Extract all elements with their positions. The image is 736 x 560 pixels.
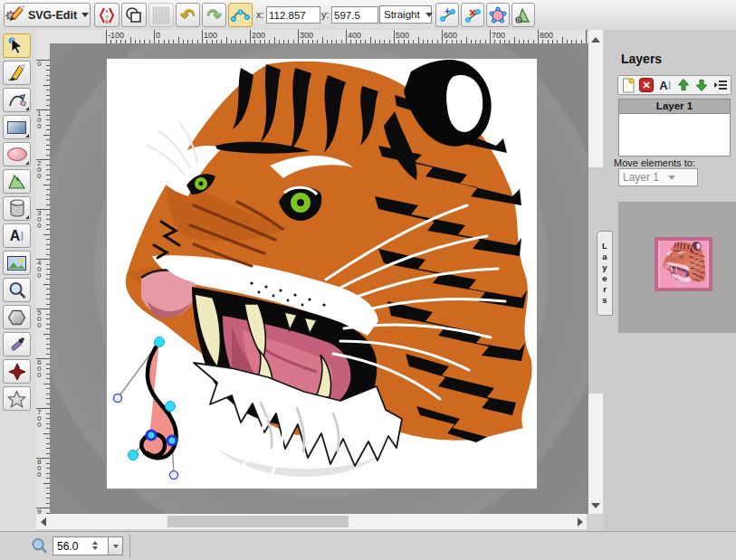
select-tool-button[interactable] (3, 33, 31, 58)
redo-button[interactable]: ↷ (202, 3, 226, 27)
ruler-label: 8 0 0 (37, 459, 41, 478)
move-elements-select[interactable]: Layer 1 (618, 168, 698, 186)
chevron-down-icon (113, 545, 119, 548)
shape-library-button[interactable] (3, 196, 31, 221)
shapes-button[interactable] (121, 3, 147, 27)
rename-layer-icon: AI (659, 79, 671, 92)
canvas-workspace[interactable] (50, 43, 588, 514)
ellipse-tool-button[interactable] (3, 142, 31, 166)
zoom-spinner[interactable] (91, 538, 100, 553)
path-node-selected[interactable] (147, 431, 156, 440)
layer-list[interactable]: Layer 1 (618, 99, 731, 157)
tiger-artwork[interactable] (126, 60, 532, 480)
star-icon (7, 390, 26, 408)
left-toolbar: AI (0, 30, 36, 531)
rename-layer-button[interactable]: AI (657, 77, 674, 93)
zoom-tool-button[interactable] (3, 278, 31, 302)
horizontal-scrollbar-thumb[interactable] (167, 516, 349, 527)
control-handle[interactable] (114, 394, 122, 403)
edit-node-icon (231, 5, 250, 24)
svg-text:✕: ✕ (469, 7, 477, 18)
edited-path-overlay (114, 337, 178, 479)
segment-type-value: Straight (384, 9, 420, 20)
app-title: SVG-Edit (28, 9, 77, 22)
select-cursor-icon (7, 36, 26, 55)
svg-source-icon: svg (98, 6, 116, 24)
star-tool-button[interactable] (3, 386, 31, 411)
scroll-left-button[interactable] (36, 514, 50, 529)
status-bar (0, 531, 736, 560)
red-clover-icon (8, 363, 26, 381)
ruler-label: 500 (396, 31, 409, 40)
pencil-tool-button[interactable] (3, 61, 31, 85)
svg-edit-app: SVG-Edit svg ↶ ↷ x: y: Straight (0, 0, 736, 560)
path-node[interactable] (166, 402, 176, 412)
edit-node-tool-button[interactable] (228, 3, 253, 27)
ruler-label: 600 (444, 31, 457, 40)
move-target-value: Layer 1 (623, 171, 659, 184)
x-input[interactable] (266, 6, 320, 24)
top-toolbar: SVG-Edit svg ↶ ↷ x: y: Straight (0, 0, 736, 31)
path-node[interactable] (155, 337, 165, 347)
new-layer-button[interactable] (620, 77, 636, 93)
close-path-button[interactable] (486, 3, 510, 27)
scroll-down-button[interactable] (588, 498, 603, 513)
scroll-up-button[interactable] (588, 33, 603, 46)
layers-panel-title: Layers (621, 52, 662, 66)
svg-text:✕: ✕ (643, 80, 651, 90)
arrow-up-icon (676, 78, 691, 92)
y-label: y: (321, 9, 330, 20)
delete-layer-icon: ✕ (639, 78, 654, 92)
image-tool-button[interactable] (3, 251, 31, 275)
path-tool-button[interactable] (3, 169, 31, 194)
open-path-icon (514, 6, 532, 24)
new-layer-icon (621, 78, 636, 93)
delete-node-button[interactable]: ✕ (461, 3, 484, 27)
undo-button[interactable]: ↶ (176, 3, 200, 27)
line-tool-button[interactable] (3, 88, 31, 112)
zoom-preset-dropdown[interactable] (108, 536, 123, 555)
path-node[interactable] (129, 451, 139, 460)
delete-node-icon: ✕ (464, 6, 482, 24)
layers-side-tab[interactable]: Layers (597, 231, 613, 316)
svg-edit-logo-icon (5, 4, 24, 26)
ruler-label: 5 0 0 (37, 309, 41, 328)
move-layer-down-button[interactable] (693, 77, 710, 93)
move-elements-label: Move elements to: (614, 157, 695, 168)
scroll-right-button[interactable] (573, 514, 587, 529)
ruler-label: 0 (156, 31, 160, 40)
control-handle[interactable] (170, 471, 178, 479)
layer-list-item[interactable]: Layer 1 (619, 100, 730, 114)
segment-type-select[interactable]: Straight (379, 5, 432, 24)
polygon-tool-button[interactable] (3, 305, 31, 329)
move-layer-up-button[interactable] (675, 77, 692, 93)
text-tool-button[interactable]: AI (3, 223, 31, 248)
ruler-label: 0 (37, 61, 41, 67)
path-node-selected[interactable] (167, 436, 177, 445)
grid-button[interactable] (148, 3, 174, 27)
eyedropper-tool-button[interactable] (3, 332, 31, 356)
source-code-button[interactable]: svg (94, 3, 119, 27)
y-input[interactable] (331, 6, 378, 24)
flood-fill-tool-button[interactable] (3, 359, 31, 384)
text-tool-icon: AI (10, 228, 24, 244)
open-path-button[interactable] (511, 3, 535, 27)
delete-layer-button[interactable]: ✕ (638, 77, 655, 93)
ruler-label: 3 0 0 (37, 210, 41, 229)
bezier-line-icon (7, 90, 26, 109)
ruler-label: 100 (204, 31, 217, 40)
rectangle-tool-button[interactable] (3, 115, 31, 139)
main-menu-button[interactable]: SVG-Edit (4, 3, 91, 27)
pencil-icon (7, 63, 26, 82)
layers-panel: Layers ✕ AI Layer 1 Move elements (603, 30, 736, 531)
path-shape-icon (7, 172, 26, 191)
ellipse-icon (7, 147, 27, 161)
ruler-label: -100 (108, 31, 124, 40)
divider (129, 535, 130, 557)
shapes-icon (125, 6, 143, 24)
x-label: x: (256, 9, 264, 20)
svg-page[interactable] (107, 59, 537, 489)
add-node-button[interactable]: + (435, 3, 459, 27)
artwork-thumbnail[interactable] (655, 237, 712, 291)
layer-menu-button[interactable] (712, 77, 729, 93)
